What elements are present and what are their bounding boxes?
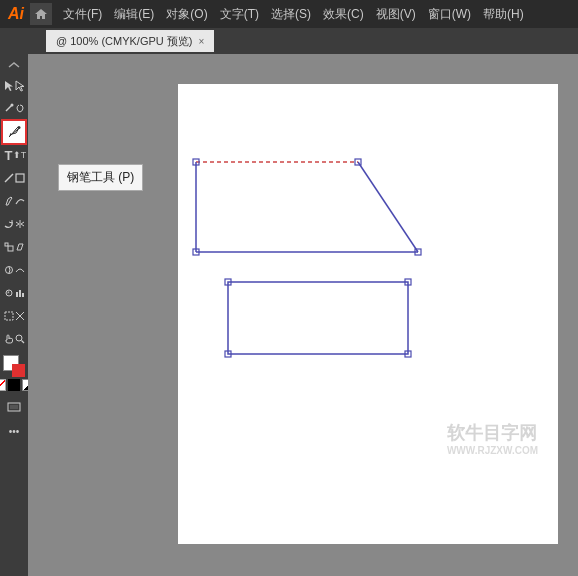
symbol-group: * xyxy=(3,282,25,304)
rect-tool[interactable] xyxy=(14,167,25,189)
menu-window[interactable]: 窗口(W) xyxy=(423,4,476,25)
menu-help[interactable]: 帮助(H) xyxy=(478,4,529,25)
document-tab[interactable]: @ 100% (CMYK/GPU 预览) × xyxy=(46,30,214,52)
main-layout: T ⬆T xyxy=(0,54,578,576)
svg-text:*: * xyxy=(7,290,10,297)
title-bar: Ai 文件(F) 编辑(E) 对象(O) 文字(T) 选择(S) 效果(C) 视… xyxy=(0,0,578,28)
svg-point-17 xyxy=(16,335,22,341)
svg-rect-12 xyxy=(19,290,21,297)
stroke-swatch[interactable] xyxy=(12,364,25,377)
wand-lasso-group xyxy=(3,98,25,120)
menu-effect[interactable]: 效果(C) xyxy=(318,4,369,25)
menu-edit[interactable]: 编辑(E) xyxy=(109,4,159,25)
hand-tool[interactable] xyxy=(3,328,14,350)
svg-rect-7 xyxy=(5,243,8,246)
vertical-type-tool[interactable]: ⬆T xyxy=(14,144,25,166)
canvas-area[interactable]: 钢笔工具 (P) 软牛目 xyxy=(28,54,578,576)
app-logo: Ai xyxy=(8,5,24,23)
tab-bar: @ 100% (CMYK/GPU 预览) × xyxy=(0,28,578,54)
type-tool-group: T ⬆T xyxy=(3,144,25,166)
menu-file[interactable]: 文件(F) xyxy=(58,4,107,25)
artboard-group xyxy=(3,305,25,327)
line-tool[interactable] xyxy=(3,167,14,189)
rotate-group xyxy=(3,213,25,235)
selection-tool-group xyxy=(3,75,25,97)
pencil-tool[interactable] xyxy=(3,190,14,212)
menu-object[interactable]: 对象(O) xyxy=(161,4,212,25)
svg-point-2 xyxy=(18,126,21,129)
lasso-tool[interactable] xyxy=(14,98,25,120)
color-area xyxy=(3,355,25,391)
black-color[interactable] xyxy=(8,379,20,391)
svg-rect-11 xyxy=(16,292,18,297)
shear-tool[interactable] xyxy=(14,236,25,258)
svg-line-3 xyxy=(5,174,13,182)
direct-selection-tool[interactable] xyxy=(14,75,25,97)
selection-tool[interactable] xyxy=(3,75,14,97)
scale-group xyxy=(3,236,25,258)
magic-wand-tool[interactable] xyxy=(3,98,14,120)
line-rect-group xyxy=(3,167,25,189)
svg-point-1 xyxy=(10,104,13,107)
pencil-group xyxy=(3,190,25,212)
svg-rect-6 xyxy=(8,246,13,251)
left-toolbar: T ⬆T xyxy=(0,54,28,576)
symbol-tool[interactable]: * xyxy=(3,282,14,304)
reshape-tool[interactable] xyxy=(14,259,25,281)
tooltip-text: 钢笔工具 (P) xyxy=(67,170,134,184)
svg-rect-13 xyxy=(22,293,24,297)
artboard-tool[interactable] xyxy=(3,305,14,327)
tab-close-button[interactable]: × xyxy=(198,36,204,47)
menu-bar: 文件(F) 编辑(E) 对象(O) 文字(T) 选择(S) 效果(C) 视图(V… xyxy=(58,4,570,25)
pen-tool[interactable] xyxy=(3,121,25,143)
more-tools[interactable]: ••• xyxy=(3,420,25,442)
svg-rect-20 xyxy=(10,405,18,409)
none-color[interactable] xyxy=(0,379,6,391)
toolbar-bottom: ••• xyxy=(3,396,25,442)
rotate-tool[interactable] xyxy=(3,213,14,235)
change-screen-mode[interactable] xyxy=(3,396,25,418)
tab-label: @ 100% (CMYK/GPU 预览) xyxy=(56,34,192,49)
menu-view[interactable]: 视图(V) xyxy=(371,4,421,25)
hand-zoom-group xyxy=(3,328,25,350)
scale-tool[interactable] xyxy=(3,236,14,258)
reflect-tool[interactable] xyxy=(14,213,25,235)
graph-tool[interactable] xyxy=(14,282,25,304)
warp-tool[interactable] xyxy=(3,259,14,281)
svg-rect-4 xyxy=(16,174,24,182)
toolbar-collapse[interactable] xyxy=(3,58,25,72)
svg-rect-14 xyxy=(5,312,13,320)
menu-text[interactable]: 文字(T) xyxy=(215,4,264,25)
warp-group xyxy=(3,259,25,281)
home-button[interactable] xyxy=(30,3,52,25)
slice-tool[interactable] xyxy=(14,305,25,327)
smooth-tool[interactable] xyxy=(14,190,25,212)
artboard xyxy=(178,84,558,544)
color-swatches[interactable] xyxy=(3,355,25,377)
pen-tool-tooltip: 钢笔工具 (P) xyxy=(58,164,143,191)
menu-select[interactable]: 选择(S) xyxy=(266,4,316,25)
svg-line-18 xyxy=(21,341,24,344)
zoom-tool[interactable] xyxy=(14,328,25,350)
